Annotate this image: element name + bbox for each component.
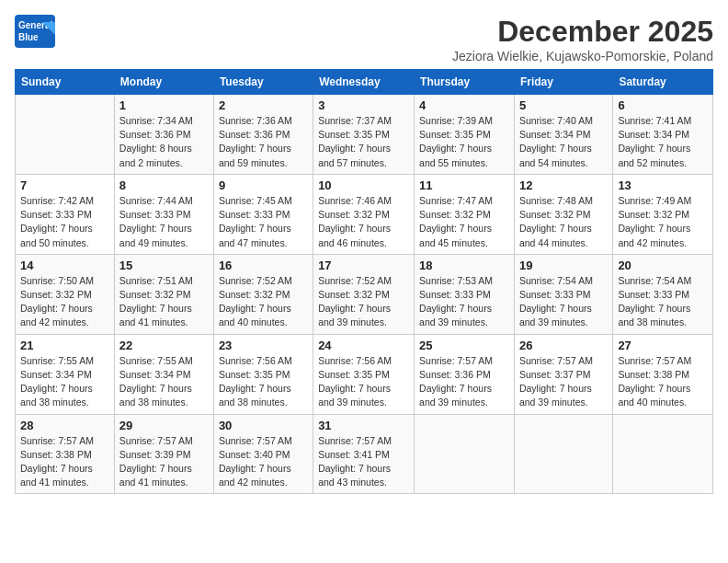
calendar-day-cell: 1Sunrise: 7:34 AMSunset: 3:36 PMDaylight…	[114, 95, 213, 175]
calendar-day-cell: 9Sunrise: 7:45 AMSunset: 3:33 PMDaylight…	[213, 174, 313, 254]
day-number: 17	[318, 259, 409, 272]
day-number: 8	[119, 178, 209, 192]
day-number: 23	[219, 339, 308, 352]
calendar-day-cell: 30Sunrise: 7:57 AMSunset: 3:40 PMDayligh…	[213, 414, 313, 494]
day-number: 7	[20, 178, 109, 192]
day-number: 12	[519, 178, 608, 192]
weekday-header-row: SundayMondayTuesdayWednesdayThursdayFrid…	[16, 70, 713, 95]
day-number: 21	[20, 339, 109, 352]
calendar-day-cell: 27Sunrise: 7:57 AMSunset: 3:38 PMDayligh…	[613, 334, 713, 414]
day-info: Sunrise: 7:54 AMSunset: 3:33 PMDaylight:…	[519, 274, 608, 330]
day-info: Sunrise: 7:36 AMSunset: 3:36 PMDaylight:…	[219, 114, 308, 170]
day-number: 16	[219, 259, 308, 272]
day-number: 3	[318, 98, 409, 112]
calendar-day-cell: 16Sunrise: 7:52 AMSunset: 3:32 PMDayligh…	[213, 254, 313, 334]
day-info: Sunrise: 7:52 AMSunset: 3:32 PMDaylight:…	[318, 274, 409, 330]
day-number: 2	[219, 98, 308, 112]
calendar-empty-cell	[16, 95, 115, 175]
day-info: Sunrise: 7:48 AMSunset: 3:32 PMDaylight:…	[519, 194, 608, 250]
day-info: Sunrise: 7:53 AMSunset: 3:33 PMDaylight:…	[419, 274, 509, 330]
day-info: Sunrise: 7:57 AMSunset: 3:38 PMDaylight:…	[20, 434, 109, 490]
calendar-day-cell: 18Sunrise: 7:53 AMSunset: 3:33 PMDayligh…	[415, 254, 515, 334]
day-info: Sunrise: 7:52 AMSunset: 3:32 PMDaylight:…	[219, 274, 308, 330]
svg-text:Blue: Blue	[18, 32, 39, 42]
weekday-header-wednesday: Wednesday	[313, 70, 415, 95]
calendar-week-row: 1Sunrise: 7:34 AMSunset: 3:36 PMDaylight…	[16, 95, 713, 175]
calendar-day-cell: 12Sunrise: 7:48 AMSunset: 3:32 PMDayligh…	[514, 174, 612, 254]
calendar-day-cell: 14Sunrise: 7:50 AMSunset: 3:32 PMDayligh…	[16, 254, 115, 334]
calendar-day-cell: 22Sunrise: 7:55 AMSunset: 3:34 PMDayligh…	[114, 334, 213, 414]
calendar-day-cell: 20Sunrise: 7:54 AMSunset: 3:33 PMDayligh…	[613, 254, 713, 334]
day-number: 5	[519, 98, 608, 112]
day-number: 4	[419, 98, 509, 112]
day-info: Sunrise: 7:51 AMSunset: 3:32 PMDaylight:…	[119, 274, 209, 330]
day-info: Sunrise: 7:54 AMSunset: 3:33 PMDaylight:…	[618, 274, 708, 330]
day-number: 28	[20, 419, 109, 432]
weekday-header-saturday: Saturday	[613, 70, 713, 95]
calendar-table: SundayMondayTuesdayWednesdayThursdayFrid…	[15, 69, 713, 494]
day-info: Sunrise: 7:46 AMSunset: 3:32 PMDaylight:…	[318, 194, 409, 250]
calendar-day-cell: 19Sunrise: 7:54 AMSunset: 3:33 PMDayligh…	[514, 254, 612, 334]
calendar-day-cell: 2Sunrise: 7:36 AMSunset: 3:36 PMDaylight…	[213, 95, 313, 175]
day-number: 19	[519, 259, 608, 272]
calendar-day-cell: 17Sunrise: 7:52 AMSunset: 3:32 PMDayligh…	[313, 254, 415, 334]
day-number: 1	[119, 98, 209, 112]
weekday-header-tuesday: Tuesday	[213, 70, 313, 95]
weekday-header-friday: Friday	[514, 70, 612, 95]
location-subtitle: Jeziora Wielkie, Kujawsko-Pomorskie, Pol…	[452, 49, 713, 63]
day-number: 14	[20, 259, 109, 272]
logo: General Blue	[15, 15, 55, 48]
day-number: 15	[119, 259, 209, 272]
calendar-day-cell: 24Sunrise: 7:56 AMSunset: 3:35 PMDayligh…	[313, 334, 415, 414]
calendar-day-cell: 7Sunrise: 7:42 AMSunset: 3:33 PMDaylight…	[16, 174, 115, 254]
day-info: Sunrise: 7:41 AMSunset: 3:34 PMDaylight:…	[618, 114, 708, 170]
day-info: Sunrise: 7:57 AMSunset: 3:41 PMDaylight:…	[318, 434, 409, 490]
day-number: 22	[119, 339, 209, 352]
calendar-day-cell: 4Sunrise: 7:39 AMSunset: 3:35 PMDaylight…	[415, 95, 515, 175]
calendar-day-cell: 3Sunrise: 7:37 AMSunset: 3:35 PMDaylight…	[313, 95, 415, 175]
day-number: 25	[419, 339, 509, 352]
month-title: December 2025	[452, 15, 713, 49]
calendar-day-cell: 13Sunrise: 7:49 AMSunset: 3:32 PMDayligh…	[613, 174, 713, 254]
calendar-week-row: 28Sunrise: 7:57 AMSunset: 3:38 PMDayligh…	[16, 414, 713, 494]
calendar-day-cell: 28Sunrise: 7:57 AMSunset: 3:38 PMDayligh…	[16, 414, 115, 494]
day-info: Sunrise: 7:47 AMSunset: 3:32 PMDaylight:…	[419, 194, 509, 250]
day-info: Sunrise: 7:40 AMSunset: 3:34 PMDaylight:…	[519, 114, 608, 170]
weekday-header-thursday: Thursday	[415, 70, 515, 95]
day-info: Sunrise: 7:57 AMSunset: 3:36 PMDaylight:…	[419, 354, 509, 410]
calendar-day-cell: 11Sunrise: 7:47 AMSunset: 3:32 PMDayligh…	[415, 174, 515, 254]
day-number: 26	[519, 339, 608, 352]
calendar-day-cell: 10Sunrise: 7:46 AMSunset: 3:32 PMDayligh…	[313, 174, 415, 254]
day-info: Sunrise: 7:42 AMSunset: 3:33 PMDaylight:…	[20, 194, 109, 250]
calendar-week-row: 21Sunrise: 7:55 AMSunset: 3:34 PMDayligh…	[16, 334, 713, 414]
day-info: Sunrise: 7:50 AMSunset: 3:32 PMDaylight:…	[20, 274, 109, 330]
day-info: Sunrise: 7:55 AMSunset: 3:34 PMDaylight:…	[119, 354, 209, 410]
calendar-day-cell: 29Sunrise: 7:57 AMSunset: 3:39 PMDayligh…	[114, 414, 213, 494]
day-number: 24	[318, 339, 409, 352]
day-number: 30	[219, 419, 308, 432]
day-info: Sunrise: 7:57 AMSunset: 3:39 PMDaylight:…	[119, 434, 209, 490]
weekday-header-sunday: Sunday	[16, 70, 115, 95]
day-number: 20	[618, 259, 708, 272]
calendar-week-row: 14Sunrise: 7:50 AMSunset: 3:32 PMDayligh…	[16, 254, 713, 334]
calendar-day-cell: 21Sunrise: 7:55 AMSunset: 3:34 PMDayligh…	[16, 334, 115, 414]
calendar-day-cell: 31Sunrise: 7:57 AMSunset: 3:41 PMDayligh…	[313, 414, 415, 494]
day-info: Sunrise: 7:56 AMSunset: 3:35 PMDaylight:…	[219, 354, 308, 410]
logo-icon: General Blue	[15, 15, 55, 48]
day-info: Sunrise: 7:34 AMSunset: 3:36 PMDaylight:…	[119, 114, 209, 170]
title-block: December 2025 Jeziora Wielkie, Kujawsko-…	[452, 15, 713, 63]
day-info: Sunrise: 7:37 AMSunset: 3:35 PMDaylight:…	[318, 114, 409, 170]
calendar-day-cell: 5Sunrise: 7:40 AMSunset: 3:34 PMDaylight…	[514, 95, 612, 175]
calendar-day-cell: 25Sunrise: 7:57 AMSunset: 3:36 PMDayligh…	[415, 334, 515, 414]
calendar-empty-cell	[415, 414, 515, 494]
calendar-day-cell: 15Sunrise: 7:51 AMSunset: 3:32 PMDayligh…	[114, 254, 213, 334]
day-number: 6	[618, 98, 708, 112]
calendar-day-cell: 6Sunrise: 7:41 AMSunset: 3:34 PMDaylight…	[613, 95, 713, 175]
day-info: Sunrise: 7:49 AMSunset: 3:32 PMDaylight:…	[618, 194, 708, 250]
calendar-day-cell: 8Sunrise: 7:44 AMSunset: 3:33 PMDaylight…	[114, 174, 213, 254]
day-number: 9	[219, 178, 308, 192]
calendar-day-cell: 26Sunrise: 7:57 AMSunset: 3:37 PMDayligh…	[514, 334, 612, 414]
calendar-week-row: 7Sunrise: 7:42 AMSunset: 3:33 PMDaylight…	[16, 174, 713, 254]
day-number: 29	[119, 419, 209, 432]
day-number: 27	[618, 339, 708, 352]
